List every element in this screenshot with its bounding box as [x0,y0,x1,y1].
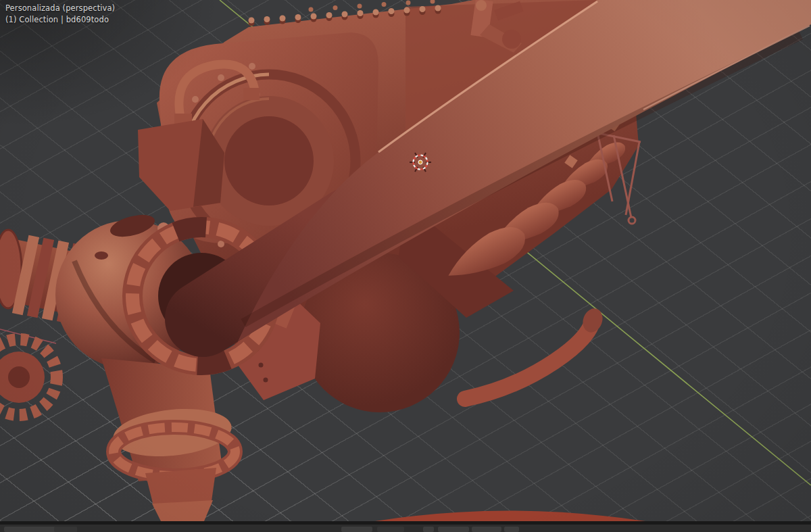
scene-canvas [0,0,811,521]
timeline-bar[interactable] [0,525,811,532]
collection-info-label: (1) Collection | bd609todo [5,14,115,26]
3d-viewport[interactable]: Personalizada (perspectiva) (1) Collecti… [0,0,811,521]
third-blade-tip[interactable] [375,511,645,522]
view-name-label: Personalizada (perspectiva) [5,3,115,14]
spline-gear-ring [0,339,57,415]
blender-window: { "header": { "view_name": "Personalizad… [0,0,811,532]
timeline-button[interactable] [377,527,404,532]
timeline-button[interactable] [438,527,469,532]
timeline-button[interactable] [54,527,77,532]
exhaust-pipe [465,324,591,399]
viewport-overlay-text: Personalizada (perspectiva) (1) Collecti… [5,3,115,26]
timeline-button[interactable] [341,527,372,532]
timeline-button[interactable] [472,527,501,532]
timeline-button[interactable] [423,527,434,532]
lower-blade[interactable] [101,358,235,521]
timeline-button[interactable] [504,527,519,532]
3d-cursor[interactable] [407,149,434,176]
